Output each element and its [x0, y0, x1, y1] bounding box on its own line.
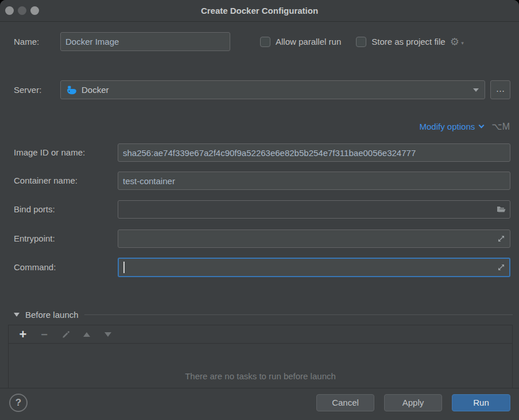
command-field — [118, 258, 510, 277]
before-launch-title: Before launch — [25, 310, 79, 320]
before-launch-empty-text: There are no tasks to run before launch — [9, 371, 512, 381]
entrypoint-input[interactable] — [118, 230, 510, 248]
options-row: Allow parallel run Store as project file… — [260, 32, 459, 51]
store-as-project-file-label: Store as project file — [371, 37, 445, 46]
command-input[interactable] — [118, 258, 510, 277]
docker-whale-icon — [67, 85, 77, 95]
move-up-button[interactable] — [78, 327, 95, 342]
section-divider — [84, 314, 513, 315]
image-id-field — [118, 143, 510, 162]
dropdown-arrow-icon — [473, 88, 479, 92]
cancel-button[interactable]: Cancel — [316, 394, 374, 411]
create-docker-configuration-dialog: Create Docker Configuration Name: Allow … — [0, 0, 519, 420]
triangle-down-icon — [104, 332, 111, 337]
bind-ports-label: Bind ports: — [14, 200, 55, 219]
modify-options-link[interactable]: Modify options — [420, 122, 484, 131]
remove-task-button[interactable]: − — [36, 327, 53, 342]
edit-task-button[interactable] — [57, 327, 74, 342]
store-as-project-file-checkbox[interactable] — [356, 37, 366, 47]
modify-options-shortcut: ⌥M — [491, 121, 510, 132]
chevron-down-icon — [479, 122, 485, 128]
expand-field-icon[interactable] — [497, 234, 506, 243]
command-label: Command: — [14, 258, 56, 277]
apply-button[interactable]: Apply — [384, 394, 442, 411]
collapse-triangle-icon[interactable] — [14, 313, 20, 317]
server-select[interactable]: Docker — [60, 80, 485, 99]
add-task-button[interactable]: + — [14, 327, 32, 342]
run-button[interactable]: Run — [452, 394, 510, 411]
server-selected-value: Docker — [82, 85, 473, 95]
help-button[interactable]: ? — [9, 394, 28, 412]
open-folder-icon[interactable] — [497, 205, 506, 214]
modify-options-label: Modify options — [420, 122, 475, 131]
name-label: Name: — [14, 32, 39, 51]
server-browse-button[interactable]: … — [490, 80, 510, 99]
chevron-down-icon: ▾ — [461, 38, 464, 48]
image-id-label: Image ID or name: — [14, 143, 85, 162]
name-input[interactable] — [60, 32, 230, 51]
server-label: Server: — [14, 80, 41, 99]
pencil-icon — [61, 330, 70, 339]
before-launch-header: Before launch — [14, 309, 513, 320]
move-down-button[interactable] — [99, 327, 117, 342]
window-title: Create Docker Configuration — [0, 0, 519, 22]
allow-parallel-run-checkbox[interactable] — [260, 37, 270, 47]
bind-ports-field — [118, 200, 510, 219]
container-name-label: Container name: — [14, 172, 78, 190]
footer-divider — [0, 388, 519, 388]
triangle-up-icon — [83, 332, 90, 337]
modify-options-row: Modify options ⌥M — [420, 119, 510, 134]
text-caret — [123, 262, 125, 273]
titlebar: Create Docker Configuration — [0, 0, 519, 22]
entrypoint-field — [118, 230, 510, 248]
container-name-input[interactable] — [118, 172, 510, 190]
before-launch-toolbar: + − — [9, 325, 512, 344]
image-id-input[interactable] — [118, 143, 510, 162]
container-name-field — [118, 172, 510, 190]
before-launch-panel: + − There are no tasks to run before lau… — [8, 325, 513, 388]
gear-icon[interactable]: ⚙▾ — [450, 37, 459, 47]
expand-field-icon[interactable] — [497, 263, 506, 272]
entrypoint-label: Entrypoint: — [14, 230, 55, 248]
bind-ports-input[interactable] — [118, 200, 510, 219]
allow-parallel-run-label: Allow parallel run — [276, 37, 341, 46]
